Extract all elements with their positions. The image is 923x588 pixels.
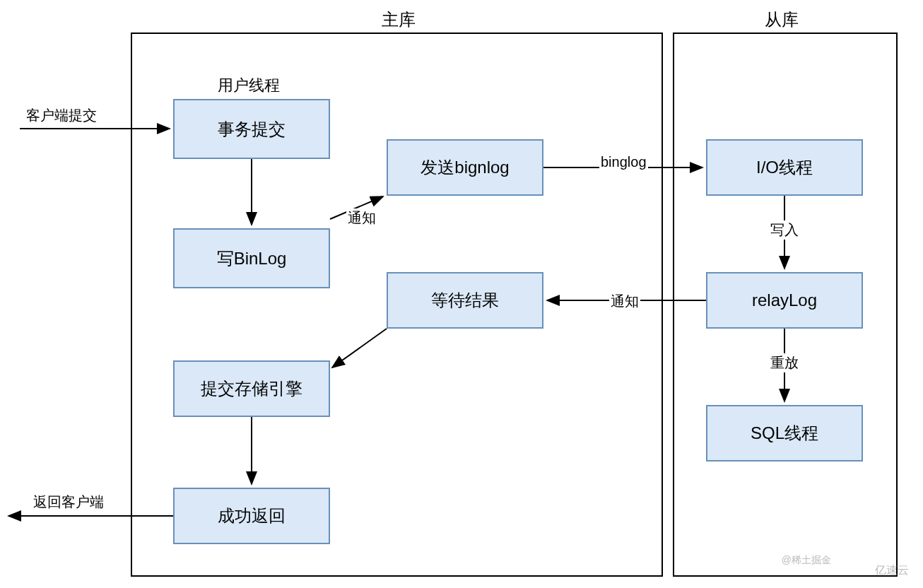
node-send-binlog-label: 发送bignlog [421,156,509,179]
node-commit-engine-label: 提交存储引擎 [201,377,302,400]
node-write-binlog: 写BinLog [173,228,330,288]
slave-label: 从库 [765,8,799,31]
node-io-thread-label: I/O线程 [756,156,813,179]
node-tx-commit: 事务提交 [173,99,330,159]
node-wait-result-label: 等待结果 [431,289,499,312]
node-return-success: 成功返回 [173,488,330,544]
watermark-yisu: 亿速云 [875,563,909,578]
node-write-binlog-label: 写BinLog [217,247,287,270]
node-wait-result: 等待结果 [387,272,543,329]
node-sql-thread: SQL线程 [706,405,863,461]
node-return-success-label: 成功返回 [218,505,286,527]
user-thread-label: 用户线程 [218,75,280,96]
master-label: 主库 [382,8,416,31]
watermark-juejin: @稀土掘金 [782,554,831,567]
edge-binglog: binglog [599,154,648,170]
node-commit-engine: 提交存储引擎 [173,360,330,417]
edge-client-submit: 客户端提交 [25,106,98,125]
edge-return-client: 返回客户端 [32,493,105,512]
edge-write-in: 写入 [769,220,800,240]
node-send-binlog: 发送bignlog [387,139,543,196]
node-tx-commit-label: 事务提交 [218,118,286,141]
node-io-thread: I/O线程 [706,139,863,196]
node-relay-log-label: relayLog [752,290,817,310]
node-relay-log: relayLog [706,272,863,329]
edge-notify2: 通知 [609,292,640,311]
edge-replay: 重放 [769,353,800,372]
edge-notify1: 通知 [346,208,377,228]
node-sql-thread-label: SQL线程 [751,422,818,445]
